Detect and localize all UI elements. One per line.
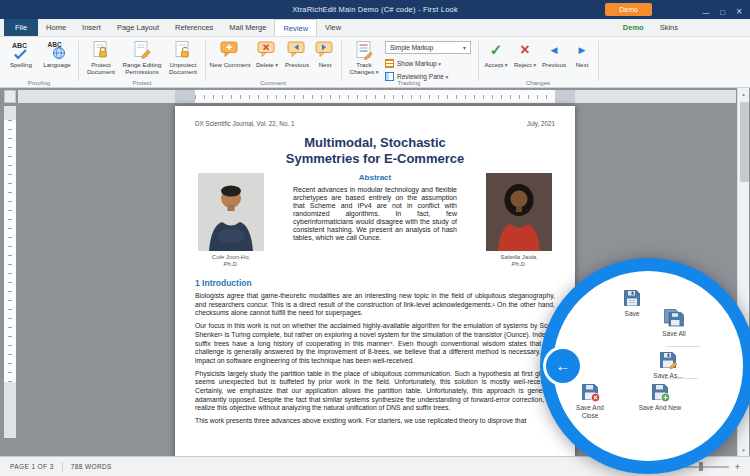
author-photo-right[interactable] <box>486 173 552 251</box>
save-and-close-label: Save And Close <box>576 404 604 419</box>
abstract-text: Recent advances in modular technology an… <box>293 186 457 242</box>
spelling-icon: ABC <box>11 39 31 60</box>
author-photo-left[interactable] <box>198 173 264 251</box>
tab-insert[interactable]: Insert <box>74 19 109 36</box>
save-and-new-icon <box>650 382 670 402</box>
save-and-new-button[interactable]: Save And New <box>628 382 692 412</box>
new-comment-icon <box>220 39 240 60</box>
accept-icon <box>490 39 503 60</box>
statusbar-left: PAGE 1 OF 3 788 WORDS <box>10 462 112 472</box>
tab-references[interactable]: References <box>167 19 221 36</box>
tab-skins[interactable]: Skins <box>652 19 686 36</box>
maximize-icon[interactable] <box>720 1 725 19</box>
titlebar: XtraRichEdit Main Demo (C# code) - First… <box>0 0 750 19</box>
previous-change-button[interactable]: Previous <box>540 39 568 80</box>
scroll-up-icon[interactable] <box>738 88 749 100</box>
tab-file[interactable]: File <box>4 19 38 36</box>
markup-mode-value: Simple Markup <box>390 44 433 51</box>
tab-page-layout[interactable]: Page Layout <box>109 19 167 36</box>
overlay-back-button[interactable] <box>546 349 580 383</box>
track-changes-icon <box>354 39 374 60</box>
vertical-ruler[interactable] <box>4 106 16 438</box>
group-separator <box>478 41 479 81</box>
group-separator <box>341 41 342 81</box>
new-comment-label: New Comment <box>210 61 251 68</box>
save-as-icon <box>658 350 678 370</box>
language-label: Language <box>43 61 71 68</box>
previous-comment-button[interactable]: Previous <box>283 39 311 80</box>
horizontal-ruler[interactable] <box>18 90 736 103</box>
delete-comment-label: Delete <box>256 61 278 69</box>
ruler-ticks <box>195 90 555 103</box>
new-comment-button[interactable]: New Comment <box>209 39 251 80</box>
unprotect-document-icon <box>173 39 193 60</box>
next-comment-button[interactable]: Next <box>313 39 337 80</box>
previous-change-label: Previous <box>542 61 566 68</box>
tab-home[interactable]: Home <box>38 19 74 36</box>
next-change-icon <box>579 39 586 60</box>
close-icon[interactable] <box>736 1 742 19</box>
save-as-button[interactable]: Save As... <box>636 350 700 380</box>
tab-review[interactable]: Review <box>274 19 317 36</box>
save-icon <box>622 288 642 308</box>
markup-mode-combo[interactable]: Simple Markup <box>385 41 471 54</box>
show-markup-label: Show Markup <box>397 60 441 67</box>
group-label-comment: Comment <box>209 80 337 86</box>
page-indicator: PAGE 1 OF 3 <box>10 463 54 470</box>
protect-document-button[interactable]: Protect Document <box>82 39 120 80</box>
save-all-label: Save All <box>662 330 686 337</box>
ribbon: ABC Spelling ABC Language Proofing Prote… <box>0 37 750 88</box>
overlay-separator <box>662 378 698 379</box>
language-button[interactable]: ABC Language <box>40 39 74 80</box>
next-comment-icon <box>315 39 335 60</box>
tab-view[interactable]: View <box>317 19 349 36</box>
track-changes-label: Track Changes <box>349 61 378 76</box>
minimize-icon[interactable] <box>702 1 709 19</box>
ribbon-tab-row: File Home Insert Page Layout References … <box>0 19 750 37</box>
save-all-button[interactable]: Save All <box>642 308 706 338</box>
accept-change-button[interactable]: Accept <box>482 39 510 80</box>
scrollbar-thumb[interactable] <box>740 102 749 182</box>
body-paragraph: Our focus in this work is not on whether… <box>195 322 555 366</box>
doc-header: DX Scientific Journal, Vol. 22, No. 1 Ju… <box>195 120 555 127</box>
ruler-right-margin[interactable] <box>555 90 575 103</box>
reject-change-button[interactable]: Reject <box>512 39 538 80</box>
reject-label: Reject <box>514 61 536 69</box>
unprotect-document-label: Unprotect Document <box>169 61 197 75</box>
show-markup-button[interactable]: Show Markup <box>385 57 441 69</box>
next-comment-label: Next <box>319 61 332 68</box>
word-count: 788 WORDS <box>71 463 112 470</box>
statusbar-divider <box>62 462 63 472</box>
tab-demo[interactable]: Demo <box>615 19 652 36</box>
document-page[interactable]: DX Scientific Journal, Vol. 22, No. 1 Ju… <box>175 106 575 456</box>
doc-title: Multimodal, Stochastic Symmetries for E-… <box>275 135 475 167</box>
next-change-label: Next <box>576 61 589 68</box>
reviewing-pane-label: Reviewing Pane <box>397 73 448 80</box>
save-options-overlay: Save Save All Save As... Save And New Sa… <box>540 258 750 474</box>
previous-change-icon <box>551 39 558 60</box>
window-title: XtraRichEdit Main Demo (C# code) - First… <box>292 5 458 14</box>
next-change-button[interactable]: Next <box>570 39 594 80</box>
delete-comment-icon <box>257 39 277 60</box>
delete-comment-button[interactable]: Delete <box>253 39 281 80</box>
group-separator <box>205 41 206 81</box>
range-editing-permissions-button[interactable]: Range Editing Permissions <box>121 39 163 80</box>
previous-comment-icon <box>287 39 307 60</box>
group-separator <box>78 41 79 81</box>
tab-mail-merge[interactable]: Mail Merge <box>221 19 274 36</box>
spelling-button[interactable]: ABC Spelling <box>4 39 38 80</box>
unprotect-document-button[interactable]: Unprotect Document <box>164 39 202 80</box>
range-editing-permissions-label: Range Editing Permissions <box>123 61 162 75</box>
track-changes-button[interactable]: Track Changes <box>345 39 383 80</box>
demo-badge-button[interactable]: Demo <box>605 3 652 16</box>
ruler-left-margin[interactable] <box>175 90 195 103</box>
save-and-close-button[interactable]: Save And Close <box>568 382 612 419</box>
svg-text:ABC: ABC <box>12 42 27 49</box>
doc-columns: Cole Joon-Ho, Ph.D. Abstract Recent adva… <box>195 173 555 268</box>
group-label-protect: Protect <box>82 80 202 86</box>
doc-header-left: DX Scientific Journal, Vol. 22, No. 1 <box>195 120 294 127</box>
tab-stop-selector[interactable] <box>4 90 16 103</box>
save-and-close-icon <box>580 382 600 402</box>
protect-document-icon <box>91 39 111 60</box>
body-paragraph: This work presents three advances above … <box>195 417 555 426</box>
